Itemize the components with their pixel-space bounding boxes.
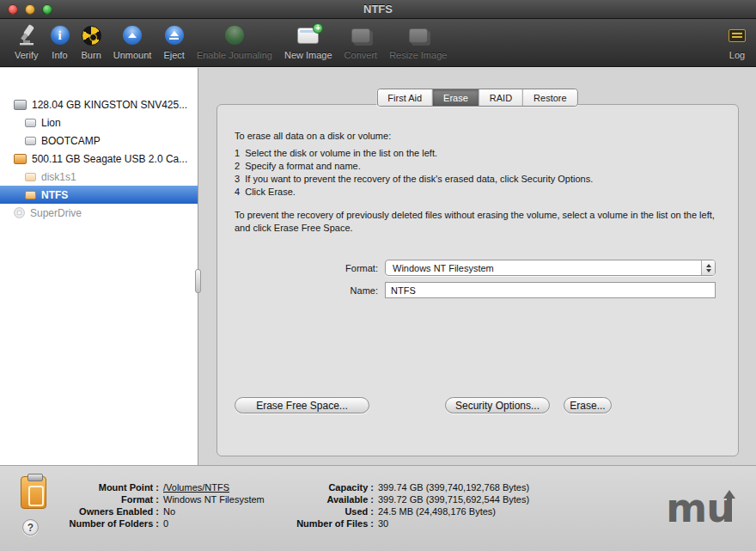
sidebar-item-lion[interactable]: Lion	[0, 113, 198, 132]
disk-utility-window: NTFS Verify Info Burn Unmount	[0, 0, 756, 551]
external-disk-icon	[14, 154, 27, 164]
burn-button[interactable]: Burn	[82, 21, 101, 60]
sidebar-item-disk1s1[interactable]: disk1s1	[0, 168, 198, 186]
erase-panel: To erase all data on a disk or volume: 1…	[216, 104, 739, 456]
files-row: Number of Files : 30	[215, 517, 529, 530]
erase-button[interactable]: Erase...	[564, 397, 612, 413]
erase-step-3: 3 If you want to prevent the recovery of…	[235, 174, 721, 184]
volume-icon	[25, 137, 36, 145]
new-image-button[interactable]: New Image	[284, 21, 332, 60]
device-sidebar: 128.04 GB KINGSTON SNV425... Lion BOOTCA…	[0, 68, 198, 465]
up-arrow-icon	[725, 488, 732, 523]
used-row: Used : 24.5 MB (24,498,176 Bytes)	[215, 505, 529, 517]
eject-button[interactable]: Eject	[163, 21, 184, 60]
name-label: Name:	[217, 285, 385, 296]
optical-drive-icon	[14, 207, 25, 218]
sidebar-item-superdrive[interactable]: SuperDrive	[0, 204, 198, 222]
burn-icon	[82, 26, 101, 46]
titlebar: NTFS	[0, 0, 756, 19]
log-button[interactable]: Log	[729, 21, 746, 60]
popup-stepper-icon	[701, 260, 715, 275]
info-button[interactable]: Info	[51, 21, 70, 60]
erase-note-text: To prevent the recovery of previously de…	[235, 209, 721, 235]
tab-raid[interactable]: RAID	[479, 89, 523, 106]
capacity-row: Capacity : 399.74 GB (399,740,192,768 By…	[215, 481, 529, 493]
toolbar: Verify Info Burn Unmount Eject Enable Jo…	[0, 19, 756, 67]
info-icon	[51, 26, 70, 45]
erase-step-1: 1 Select the disk or volume in the list …	[235, 148, 721, 158]
erase-step-2: 2 Specify a format and name.	[235, 161, 721, 171]
verify-button[interactable]: Verify	[15, 21, 39, 60]
tab-bar: First Aid Erase RAID Restore	[376, 89, 577, 107]
sidebar-item-ntfs[interactable]: NTFS	[0, 186, 198, 204]
convert-icon	[351, 28, 370, 43]
journaling-icon	[225, 26, 244, 45]
plus-badge-icon	[313, 23, 323, 34]
format-selected-value: Windows NT Filesystem	[386, 263, 701, 273]
sidebar-resize-handle[interactable]	[195, 269, 201, 293]
external-volume-icon	[25, 173, 36, 181]
sidebar-item-kingston-disk[interactable]: 128.04 GB KINGSTON SNV425...	[0, 95, 198, 113]
content-area: 128.04 GB KINGSTON SNV425... Lion BOOTCA…	[0, 68, 756, 465]
enable-journaling-button: Enable Journaling	[197, 21, 272, 60]
verify-icon	[15, 21, 38, 49]
macupdate-watermark: mu	[666, 488, 732, 523]
resize-image-button: Resize Image	[389, 21, 447, 60]
external-volume-icon	[25, 191, 36, 199]
tab-first-aid[interactable]: First Aid	[377, 89, 433, 106]
log-icon	[729, 29, 746, 42]
format-select[interactable]: Windows NT Filesystem	[385, 260, 716, 276]
name-input[interactable]	[385, 282, 716, 298]
available-row: Available : 399.72 GB (399,715,692,544 B…	[215, 493, 529, 505]
tab-erase[interactable]: Erase	[433, 89, 479, 106]
security-options-button[interactable]: Security Options...	[445, 397, 550, 413]
volume-info-footer: ? Mount Point : /Volumes/NTFS Format : W…	[0, 465, 756, 551]
erase-free-space-button[interactable]: Erase Free Space...	[235, 397, 369, 413]
erase-step-4: 4 Click Erase.	[235, 187, 721, 197]
unmount-button[interactable]: Unmount	[113, 21, 152, 60]
new-image-icon	[297, 28, 319, 44]
eject-icon	[165, 26, 184, 45]
erase-intro-text: To erase all data on a disk or volume:	[235, 131, 721, 141]
sidebar-item-bootcamp[interactable]: BOOTCAMP	[0, 132, 198, 150]
window-title: NTFS	[0, 3, 756, 15]
tab-restore[interactable]: Restore	[523, 89, 577, 106]
format-label: Format:	[217, 263, 385, 273]
internal-disk-icon	[14, 100, 27, 110]
volume-icon	[25, 119, 36, 127]
unmount-icon	[123, 26, 142, 45]
resize-image-icon	[409, 28, 428, 43]
convert-button: Convert	[344, 21, 378, 60]
main-pane: First Aid Erase RAID Restore To erase al…	[198, 68, 756, 465]
sidebar-item-seagate-disk[interactable]: 500.11 GB Seagate USB 2.0 Ca...	[0, 150, 198, 168]
